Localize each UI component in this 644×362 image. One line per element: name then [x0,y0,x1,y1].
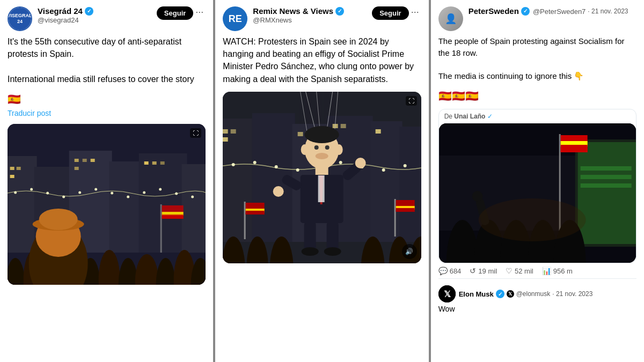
svg-point-28 [191,195,194,198]
svg-rect-84 [316,167,328,175]
tweet-header-visegrad: VISEGRAD24 Visegrád 24 ✓ @visegrad24 Seg… [8,6,206,31]
stats-row-petersweden: 💬 684 ↺ 19 mil ♡ 52 mil 📊 956 m [438,267,636,275]
svg-point-27 [175,192,178,195]
sound-icon-remix[interactable]: 🔊 [402,244,417,259]
tweet-image-remix: ⛶ 🔊 [223,92,421,263]
svg-point-127 [472,191,482,202]
verified-icon-remix: ✓ [335,7,344,16]
svg-rect-4 [109,161,142,253]
tweet-image-petersweden [439,123,636,263]
svg-point-43 [39,209,78,230]
stat-like-value: 52 mil [515,267,533,275]
svg-rect-53 [370,121,402,242]
svg-rect-61 [341,124,346,128]
svg-rect-115 [580,175,631,179]
views-icon: 📊 [542,267,551,275]
elon-name: Elon Musk [459,290,494,298]
svg-rect-92 [304,221,316,251]
svg-point-79 [325,145,330,150]
svg-rect-56 [231,129,236,134]
svg-point-95 [324,247,341,256]
svg-rect-7 [10,167,14,170]
svg-point-70 [382,168,385,172]
svg-point-18 [30,188,33,190]
svg-point-17 [14,191,17,194]
svg-rect-113 [577,142,636,244]
elon-header: 𝕏 Elon Musk ✓ 𝕏 @elonmusk · 21 nov. 2023 [438,285,636,302]
account-handle-visegrad: @visegrad24 [38,16,157,24]
stat-views: 📊 956 m [542,267,573,275]
svg-rect-12 [91,159,95,162]
tweet-text-remix: WATCH: Protesters in Spain see in 2024 b… [223,35,421,85]
svg-rect-6 [182,164,206,253]
tweet-text-petersweden: The people of Spain protesting against S… [438,35,636,82]
svg-point-80 [316,153,328,159]
svg-point-71 [404,164,407,167]
elon-handle: @elonmusk [516,290,551,298]
svg-rect-10 [75,159,79,162]
tweet-header-petersweden: 👤 PeterSweden ✓ @PeterSweden7 · 21 nov. … [438,6,636,31]
svg-rect-54 [400,127,421,242]
svg-rect-114 [580,166,631,171]
stat-likes: ♡ 52 mil [506,267,533,275]
like-icon: ♡ [506,267,513,275]
stat-retweets: ↺ 19 mil [470,267,497,275]
tweet-text-visegrad: It's the 55th consecutive day of anti-se… [8,35,206,85]
svg-point-20 [62,195,65,198]
svg-rect-62 [376,129,381,134]
svg-point-78 [314,145,319,150]
elon-timestamp: · 21 nov. 2023 [552,290,592,298]
stat-views-value: 956 m [553,267,573,275]
account-handle-petersweden: @PeterSweden7 [533,8,586,16]
follow-button-visegrad[interactable]: Seguir [157,6,193,20]
svg-rect-93 [327,221,339,251]
translate-link-visegrad[interactable]: Traducir post [8,109,206,117]
avatar-petersweden: 👤 [438,6,463,31]
svg-rect-16 [160,161,165,165]
svg-point-90 [273,186,284,197]
stat-comment-value: 684 [450,267,462,275]
timestamp-petersweden: · 21 nov. 2023 [588,8,628,15]
follow-button-remix[interactable]: Seguir [372,6,408,20]
account-info-petersweden: PeterSweden ✓ @PeterSweden7 · 21 nov. 20… [469,6,636,16]
account-info-remix: Remix News & Views ✓ @RMXnews [253,6,372,24]
svg-rect-105 [396,208,415,212]
svg-rect-5 [139,153,187,253]
tweet-header-remix: RE Remix News & Views ✓ @RMXnews Seguir … [223,6,421,31]
account-handle-remix: @RMXnews [253,16,372,24]
svg-rect-58 [298,132,303,136]
more-button-remix[interactable]: ··· [409,6,421,18]
verified-icon-visegrad: ✓ [85,7,93,16]
svg-rect-9 [10,175,14,178]
svg-point-128 [478,198,586,241]
svg-rect-102 [394,199,396,237]
svg-point-63 [232,163,235,166]
x-badge-elon: 𝕏 [507,290,514,298]
svg-point-26 [159,188,162,190]
expand-icon-visegrad: ⛶ [190,128,201,138]
svg-rect-14 [144,161,149,165]
stat-comments: 💬 684 [438,267,462,275]
verified-icon-elon: ✓ [496,290,504,298]
retweet-icon: ↺ [470,267,476,275]
svg-point-64 [253,161,257,164]
svg-rect-13 [75,167,79,170]
svg-point-82 [335,144,343,155]
svg-text:𝕏: 𝕏 [443,290,450,299]
tweet-column-petersweden: 👤 PeterSweden ✓ @PeterSweden7 · 21 nov. … [431,0,644,362]
svg-point-68 [339,161,342,164]
svg-rect-120 [560,145,587,152]
elon-tweet-text: Wow [438,305,636,313]
avatar-visegrad: VISEGRAD24 [8,6,32,31]
svg-rect-55 [223,129,228,134]
stat-retweet-value: 19 mil [478,267,497,275]
avatar-elon: 𝕏 [438,285,456,302]
svg-rect-44 [160,204,162,253]
svg-rect-87 [318,175,325,202]
expand-icon-remix: ⛶ [406,96,417,106]
svg-point-24 [127,195,129,198]
elon-tweet: 𝕏 Elon Musk ✓ 𝕏 @elonmusk · 21 nov. 2023… [438,282,636,316]
more-button-visegrad[interactable]: ··· [193,6,206,18]
svg-point-66 [296,168,299,172]
flag-visegrad: 🇪🇸 [8,93,206,106]
